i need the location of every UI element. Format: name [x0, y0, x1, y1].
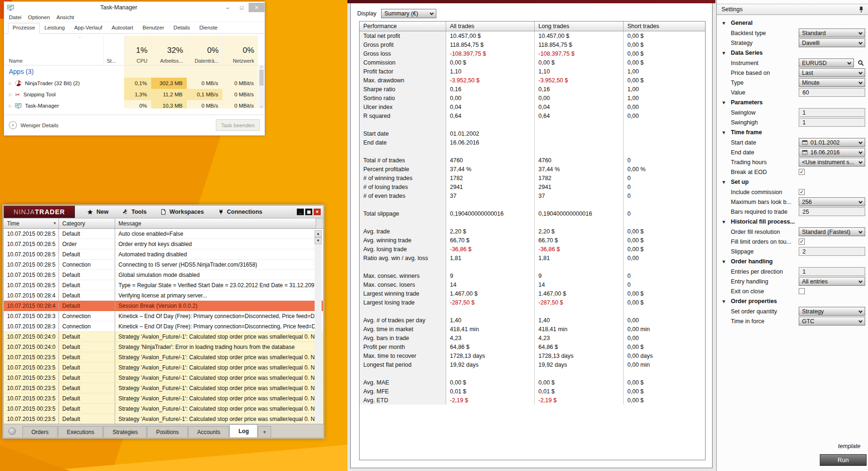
settings-group-header[interactable]: ▼General — [717, 18, 868, 28]
setting-dropdown[interactable]: All entries — [799, 277, 865, 286]
setting-dropdown[interactable]: Davelll — [799, 38, 865, 47]
tab-strategies[interactable]: Strategies — [103, 426, 147, 437]
column-disk[interactable]: 0% Datenträ... — [187, 36, 222, 65]
setting-dropdown[interactable]: GTC — [799, 317, 865, 326]
column-cpu[interactable]: 1% CPU — [124, 36, 151, 65]
setting-checkbox[interactable]: ✓ — [799, 239, 805, 245]
add-tab-button[interactable]: + — [258, 426, 271, 437]
tab-autostart[interactable]: Autostart — [107, 23, 138, 33]
setting-input[interactable]: 1 — [799, 108, 865, 117]
task-manager-titlebar[interactable]: Task-Manager – □ ✕ — [4, 2, 265, 13]
log-row[interactable]: 10.07.2015 00:28:5DefaultType = Regular … — [4, 280, 323, 290]
log-row[interactable]: 10.07.2015 00:23:5DefaultStrategy 'Avalo… — [4, 414, 323, 424]
setting-dropdown[interactable]: <Use instrument s... — [799, 158, 865, 167]
end-task-button[interactable]: Task beenden — [216, 119, 260, 131]
setting-dropdown[interactable]: Strategy — [799, 307, 865, 316]
setting-dropdown[interactable]: Last — [799, 68, 865, 77]
menu-connections[interactable]: Connections — [213, 209, 268, 215]
process-row[interactable]: ▷✂Snipping Tool1,3%11,2 MB0,1 MB/s0 MBit… — [4, 89, 265, 100]
log-row[interactable]: 10.07.2015 00:28:4DefaultSession Break (… — [4, 301, 323, 311]
minimize-button[interactable]: _ — [297, 209, 304, 215]
column-status[interactable]: St... — [103, 36, 124, 65]
collapse-triangle-icon[interactable]: ▼ — [721, 100, 726, 105]
tab-prozesse[interactable]: Prozesse — [8, 23, 40, 34]
menu-new[interactable]: New — [81, 209, 114, 215]
log-scrollbar[interactable]: ▲ ▼ — [315, 230, 322, 422]
template-link[interactable]: template — [838, 443, 861, 449]
settings-group-header[interactable]: ▼Set up — [717, 177, 868, 187]
process-row[interactable]: ▷Task-Manager0%10,3 MB0 MB/s0 MBit/s — [4, 100, 265, 109]
tab-accounts[interactable]: Accounts — [188, 426, 229, 437]
setting-checkbox[interactable]: ✓ — [799, 189, 805, 195]
log-row[interactable]: 10.07.2015 00:24:0DefaultStrategy 'Ninja… — [4, 342, 323, 352]
log-row[interactable]: 10.07.2015 00:28:5OrderOrder entry hot k… — [4, 239, 323, 249]
setting-dropdown[interactable]: 256 — [799, 197, 865, 206]
collapse-triangle-icon[interactable]: ▼ — [721, 51, 726, 56]
log-row[interactable]: 10.07.2015 00:28:5DefaultGlobal simulati… — [4, 270, 323, 280]
setting-input[interactable]: 2 — [799, 247, 865, 256]
tab-dienste[interactable]: Dienste — [195, 23, 222, 33]
setting-dropdown[interactable]: Minute — [799, 78, 865, 87]
collapse-triangle-icon[interactable]: ▼ — [721, 21, 726, 26]
column-all-trades[interactable]: All trades — [446, 22, 535, 31]
log-row[interactable]: 10.07.2015 00:23:5DefaultStrategy 'Avalo… — [4, 362, 323, 373]
column-name[interactable]: Name — [9, 58, 103, 64]
tab-executions[interactable]: Executions — [58, 426, 103, 437]
setting-input[interactable]: 1 — [799, 267, 865, 276]
log-row[interactable]: 10.07.2015 00:28:3ConnectionKinetick – E… — [4, 311, 323, 321]
settings-group-header[interactable]: ▼Time frame — [717, 127, 868, 138]
column-network[interactable]: 0% Netzwerk — [222, 36, 258, 65]
scrollbar-thumb[interactable] — [259, 70, 264, 86]
expand-caret-icon[interactable]: ▷ — [9, 93, 12, 97]
menu-datei[interactable]: Datei — [9, 14, 22, 20]
log-row[interactable]: 10.07.2015 00:23:5DefaultStrategy 'Avalo… — [4, 393, 323, 404]
maximize-button[interactable]: ▣ — [305, 209, 312, 215]
log-row[interactable]: 10.07.2015 00:28:5DefaultAutomated tradi… — [4, 249, 323, 260]
settings-group-header[interactable]: ▼Data Series — [717, 48, 868, 58]
search-icon[interactable] — [858, 60, 864, 66]
ninjatrader-titlebar[interactable]: NINJATRADER NewToolsWorkspacesConnection… — [4, 206, 323, 218]
log-column-time[interactable]: Time ▼ — [4, 218, 59, 228]
setting-date-dropdown[interactable]: 16.06.2016 — [799, 148, 865, 157]
pin-icon[interactable] — [859, 6, 863, 13]
menu-ansicht[interactable]: Ansicht — [57, 14, 74, 20]
setting-dropdown[interactable]: EURUSD — [799, 58, 854, 67]
settings-group-header[interactable]: ▼Historical fill process... — [717, 217, 868, 227]
tab-benutzer[interactable]: Benutzer — [138, 23, 169, 33]
display-dropdown[interactable]: Summary (€) — [381, 9, 436, 18]
close-button[interactable]: ✕ — [314, 209, 321, 215]
minimize-button[interactable]: – — [221, 3, 235, 12]
collapse-triangle-icon[interactable]: ▼ — [721, 259, 726, 264]
log-row[interactable]: 10.07.2015 00:23:5DefaultStrategy 'Avalo… — [4, 404, 323, 414]
maximize-button[interactable]: □ — [235, 3, 249, 12]
setting-input[interactable]: 25 — [799, 207, 865, 216]
setting-dropdown[interactable]: Standard — [799, 29, 865, 37]
setting-checkbox[interactable]: ✓ — [799, 169, 805, 175]
tab-log[interactable]: Log — [229, 424, 257, 437]
process-list-scrollbar[interactable]: ˄ ˅ — [258, 65, 265, 109]
collapse-triangle-icon[interactable]: ▼ — [721, 299, 726, 304]
log-row[interactable]: 10.07.2015 00:28:4DefaultVerifying licen… — [4, 290, 323, 301]
log-row[interactable]: 10.07.2015 00:28:5ConnectionConnecting t… — [4, 260, 323, 270]
scroll-up-icon[interactable]: ˄ — [260, 65, 262, 69]
settings-group-header[interactable]: ▼Parameters — [717, 97, 868, 108]
expand-caret-icon[interactable]: ▷ — [9, 104, 12, 108]
expand-caret-icon[interactable]: ▷ — [9, 81, 12, 86]
setting-date-dropdown[interactable]: 01.01.2002 — [799, 138, 865, 147]
column-memory[interactable]: 32% Arbeitss... — [151, 36, 187, 65]
setting-input[interactable]: 60 — [799, 88, 865, 97]
column-short-trades[interactable]: Short trades — [624, 22, 705, 31]
collapse-triangle-icon[interactable]: ▼ — [721, 219, 726, 225]
collapse-triangle-icon[interactable]: ▼ — [721, 180, 726, 185]
tab-orders[interactable]: Orders — [22, 426, 58, 437]
log-row[interactable]: 10.07.2015 00:23:5DefaultStrategy 'Avalo… — [4, 352, 323, 362]
scroll-down-icon[interactable]: ˅ — [260, 105, 262, 109]
setting-checkbox[interactable] — [799, 288, 805, 294]
process-row[interactable]: ▷NinjaTrader (32 Bit) (2)0,1%302,3 MB0 M… — [4, 78, 265, 89]
settings-group-header[interactable]: ▼Order handling — [717, 256, 868, 267]
tab-leistung[interactable]: Leistung — [40, 23, 69, 33]
fewer-details-toggle[interactable]: ˄ Weniger Details — [9, 121, 59, 129]
menu-tools[interactable]: Tools — [117, 209, 152, 215]
tab-positions[interactable]: Positions — [147, 426, 188, 437]
time-sort-dropdown-icon[interactable]: ▼ — [53, 221, 57, 225]
